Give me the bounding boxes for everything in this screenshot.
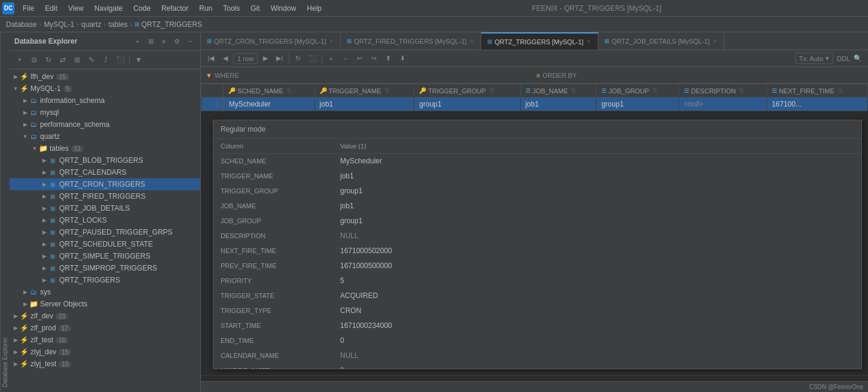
- tree-item-fired-triggers[interactable]: ⊞ QRTZ_FIRED_TRIGGERS: [10, 190, 200, 202]
- menu-window[interactable]: Window: [266, 2, 301, 15]
- menu-file[interactable]: File: [18, 2, 39, 15]
- tree-arrow[interactable]: [41, 276, 48, 284]
- breadcrumb-database[interactable]: Database: [6, 20, 36, 29]
- cell-description[interactable]: <null>: [678, 98, 766, 111]
- tab-job-details[interactable]: ⊞ QRTZ_JOB_DETAILS [MySQL-1] ×: [598, 32, 725, 50]
- sort-icon[interactable]: ⇅: [286, 87, 292, 95]
- popup-row[interactable]: MISFIRE_INSTR0: [213, 363, 861, 370]
- nav-next-btn[interactable]: ▶: [259, 52, 272, 65]
- redo-btn[interactable]: ↪: [368, 52, 381, 65]
- tree-arrow[interactable]: [41, 205, 48, 212]
- tree-item-lfh-dev[interactable]: ⚡ lfh_dev 15: [10, 71, 200, 83]
- popup-row[interactable]: START_TIME1671000234000: [213, 318, 861, 333]
- tab-close-btn[interactable]: ×: [586, 38, 592, 45]
- tree-arrow[interactable]: [41, 217, 48, 224]
- sort-icon[interactable]: ⇅: [384, 87, 390, 95]
- col-header-job-group[interactable]: ☰ JOB_GROUP ⇅: [596, 84, 678, 98]
- menu-run[interactable]: Run: [194, 2, 217, 15]
- tree-arrow[interactable]: [41, 193, 48, 200]
- tree-item-zlyj-test[interactable]: ⚡ zlyj_test 15: [10, 358, 200, 370]
- tree-item-zlf-test[interactable]: ⚡ zlf_test 16: [10, 334, 200, 346]
- popup-row[interactable]: PRIORITY5: [213, 274, 861, 288]
- menu-tools[interactable]: Tools: [218, 2, 244, 15]
- refresh2-btn[interactable]: ⇄: [56, 53, 69, 66]
- tree-item-mysql[interactable]: 🗂 mysql: [10, 107, 200, 118]
- search-btn[interactable]: 🔍: [851, 52, 864, 65]
- menu-navigate[interactable]: Navigate: [90, 2, 127, 15]
- popup-row[interactable]: NEXT_FIRE_TIME1671000502000: [213, 244, 861, 259]
- ddl-btn[interactable]: DDL: [837, 52, 850, 65]
- copy-btn[interactable]: ⧉: [27, 53, 41, 66]
- popup-row[interactable]: DESCRIPTIONNULL: [213, 229, 861, 244]
- tab-close-btn[interactable]: ×: [712, 37, 718, 45]
- new-item-btn[interactable]: +: [13, 53, 26, 66]
- tree-item-blob-triggers[interactable]: ⊞ QRTZ_BLOB_TRIGGERS: [10, 154, 200, 166]
- tree-arrow[interactable]: [41, 181, 48, 188]
- col-header-description[interactable]: ☰ DESCRIPTION ⇅: [678, 84, 766, 98]
- tree-arrow[interactable]: [22, 121, 29, 128]
- refresh-btn[interactable]: ↻: [42, 53, 55, 66]
- tab-fired-triggers[interactable]: ⊞ QRTZ_FIRED_TRIGGERS [MySQL-1] ×: [341, 32, 481, 50]
- import-btn[interactable]: ⬇: [396, 52, 409, 65]
- tab-triggers-active[interactable]: ⊞ QRTZ_TRIGGERS [MySQL-1] ×: [481, 32, 598, 50]
- sort-icon[interactable]: ⇅: [489, 87, 494, 95]
- sort-icon[interactable]: ⇅: [571, 87, 576, 95]
- popup-row[interactable]: SCHED_NAMEMyScheduler: [213, 154, 861, 169]
- add-row-btn[interactable]: +: [325, 52, 338, 65]
- tree-arrow[interactable]: [22, 133, 29, 140]
- new-table-btn[interactable]: ⊞: [71, 53, 84, 66]
- tree-item-zlf-prod[interactable]: ⚡ zlf_prod 17: [10, 322, 200, 334]
- col-header-sched-name[interactable]: 🔑 SCHED_NAME ⇅: [224, 84, 314, 98]
- menu-edit[interactable]: Edit: [40, 2, 62, 15]
- tree-item-zlyj-dev[interactable]: ⚡ zlyj_dev 15: [10, 346, 200, 358]
- tree-arrow[interactable]: [12, 360, 19, 367]
- popup-row[interactable]: TRIGGER_NAMEjob1: [213, 169, 861, 184]
- tree-item-zlf-dev[interactable]: ⚡ zlf_dev 23: [10, 310, 200, 322]
- breadcrumb-tables[interactable]: tables: [108, 20, 127, 29]
- tree-item-tables[interactable]: 📁 tables 11: [10, 142, 200, 154]
- collapse-all-icon[interactable]: ≡: [158, 36, 169, 47]
- tree-item-sys[interactable]: 🗂 sys: [10, 286, 200, 298]
- tab-close-btn[interactable]: ×: [469, 37, 475, 45]
- export-btn[interactable]: ⬆: [382, 52, 395, 65]
- nav-prev-btn[interactable]: ◀: [219, 52, 232, 65]
- cell-sched-name[interactable]: MyScheduler: [224, 98, 314, 111]
- stop-btn[interactable]: ⬛: [306, 52, 319, 65]
- new-connection-icon[interactable]: +: [132, 36, 143, 47]
- tab-close-btn[interactable]: ×: [328, 37, 334, 45]
- data-grid[interactable]: 🔑 SCHED_NAME ⇅ 🔑 TRIGGER_NAME ⇅: [201, 84, 868, 375]
- tree-arrow[interactable]: [22, 97, 29, 104]
- menu-help[interactable]: Help: [302, 2, 326, 15]
- tree-arrow[interactable]: [22, 288, 29, 296]
- sort-icon[interactable]: ⇅: [739, 87, 744, 95]
- tree-item-quartz[interactable]: 🗂 quartz: [10, 130, 200, 142]
- nav-last-btn[interactable]: ▶|: [273, 52, 286, 65]
- tx-mode-dropdown[interactable]: Tx: Auto ▾: [795, 53, 833, 64]
- layout-icon[interactable]: ⊞: [145, 36, 156, 47]
- popup-row[interactable]: JOB_GROUPgroup1: [213, 214, 861, 229]
- tree-item-perf-schema[interactable]: 🗂 performance_schema: [10, 118, 200, 130]
- popup-row[interactable]: TRIGGER_GROUPgroup1: [213, 184, 861, 199]
- tree-item-paused[interactable]: ⊞ QRTZ_PAUSED_TRIGGER_GRPS: [10, 226, 200, 238]
- tree-arrow[interactable]: [12, 85, 19, 92]
- tree-arrow[interactable]: [12, 73, 19, 80]
- tree-arrow[interactable]: [12, 312, 19, 320]
- popup-row[interactable]: JOB_NAMEjob1: [213, 199, 861, 214]
- tree-arrow[interactable]: [12, 348, 19, 355]
- col-header-trigger-group[interactable]: 🔑 TRIGGER_GROUP ⇅: [414, 84, 520, 98]
- menu-code[interactable]: Code: [129, 2, 155, 15]
- tree-item-simple-triggers[interactable]: ⊞ QRTZ_SIMPLE_TRIGGERS: [10, 250, 200, 262]
- nav-first-btn[interactable]: |◀: [204, 52, 218, 65]
- tree-arrow[interactable]: [12, 324, 19, 332]
- tree-item-simprop-triggers[interactable]: ⊞ QRTZ_SIMPROP_TRIGGERS: [10, 262, 200, 274]
- sort-icon[interactable]: ⇅: [652, 87, 658, 95]
- tree-arrow[interactable]: [22, 300, 29, 308]
- popup-row[interactable]: END_TIME0: [213, 333, 861, 348]
- tree-item-mysql1[interactable]: ⚡ MySQL-1 5: [10, 83, 200, 95]
- menu-view[interactable]: View: [63, 2, 88, 15]
- tree-item-triggers[interactable]: ⊞ QRTZ_TRIGGERS: [10, 274, 200, 286]
- menu-git[interactable]: Git: [246, 2, 264, 15]
- table-row[interactable]: 1 MyScheduler job1 group1 job1 group1 <n…: [201, 98, 868, 111]
- filter-btn[interactable]: ▼: [132, 53, 145, 66]
- tab-cron-triggers[interactable]: ⊞ QRTZ_CRON_TRIGGERS [MySQL-1] ×: [201, 32, 341, 50]
